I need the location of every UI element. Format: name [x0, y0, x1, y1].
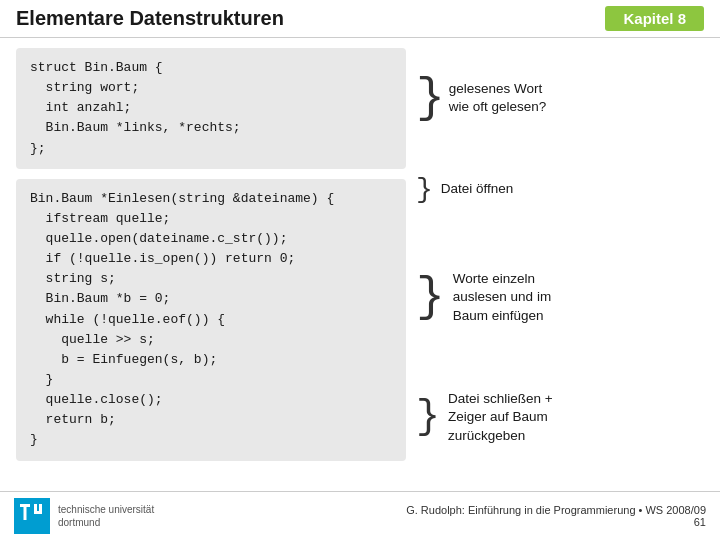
content-area: struct Bin.Baum { string wort; int anzah… — [0, 38, 720, 521]
svg-rect-0 — [14, 498, 50, 534]
brace-open-icon: } — [416, 174, 433, 205]
footer-university-text: technische universität dortmund — [58, 503, 154, 529]
svg-rect-3 — [34, 504, 37, 514]
footer: technische universität dortmund G. Rudol… — [0, 491, 720, 540]
annotation-insert-words-row: } Worte einzelnauslesen und imBaum einfü… — [416, 270, 704, 325]
annotation-close-return-label: Datei schließen +Zeiger auf Baumzurückge… — [448, 390, 553, 445]
annotation-close-return-row: } Datei schließen +Zeiger auf Baumzurück… — [416, 390, 704, 445]
annotation-open-file-row: } Datei öffnen — [416, 174, 704, 205]
page-title: Elementare Datenstrukturen — [16, 7, 284, 30]
tu-logo-icon — [14, 498, 50, 534]
svg-rect-2 — [24, 504, 27, 520]
header: Elementare Datenstrukturen Kapitel 8 — [0, 0, 720, 38]
annotation-insert-words-label: Worte einzelnauslesen und imBaum einfüge… — [453, 270, 551, 325]
footer-logo: technische universität dortmund — [14, 498, 154, 534]
code-block-function: Bin.Baum *Einlesen(string &dateiname) { … — [16, 179, 406, 461]
code-block-struct: struct Bin.Baum { string wort; int anzah… — [16, 48, 406, 169]
code-column: struct Bin.Baum { string wort; int anzah… — [16, 48, 406, 471]
svg-rect-5 — [39, 504, 42, 514]
annotation-struct-label: gelesenes Wortwie oft gelesen? — [449, 80, 547, 116]
annotation-open-file-label: Datei öffnen — [441, 180, 514, 198]
annotation-function: } Datei öffnen } Worte einzelnauslesen u… — [416, 148, 704, 471]
brace-struct-icon: } — [416, 74, 445, 122]
brace-insert-icon: } — [416, 270, 445, 324]
annotation-struct: } gelesenes Wortwie oft gelesen? — [416, 48, 704, 148]
annotations-column: } gelesenes Wortwie oft gelesen? } Datei… — [416, 48, 704, 471]
brace-close-icon: } — [416, 395, 440, 440]
footer-citation: G. Rudolph: Einführung in die Programmie… — [406, 504, 706, 528]
chapter-badge: Kapitel 8 — [605, 6, 704, 31]
